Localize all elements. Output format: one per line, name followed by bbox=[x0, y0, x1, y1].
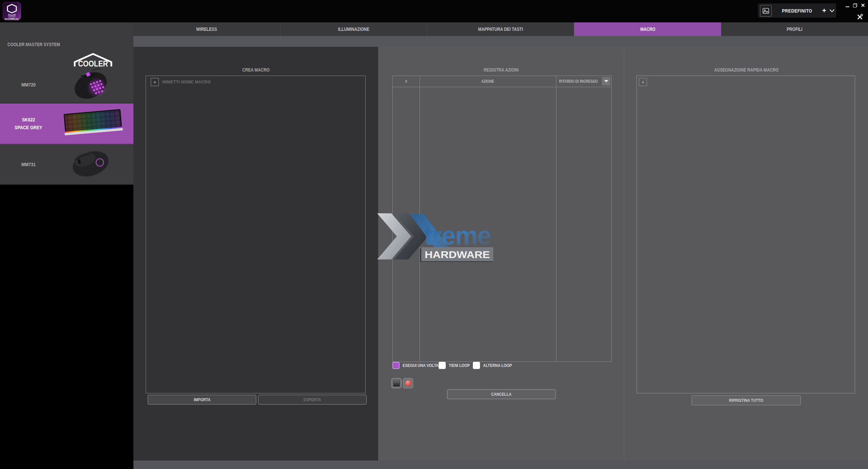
start-record-button[interactable] bbox=[403, 378, 413, 388]
add-assignment-button[interactable]: + bbox=[639, 78, 647, 86]
column-divider bbox=[420, 76, 420, 361]
profile-dropdown-button[interactable] bbox=[828, 3, 836, 18]
tab-mappatura-dei-tasti[interactable]: MAPPATURA DEI TASTI bbox=[427, 22, 574, 36]
tab-illuminazione[interactable]: ILLUMINAZIONE bbox=[280, 22, 427, 36]
minimize-icon bbox=[846, 6, 849, 7]
option-alterna-loop[interactable]: ALTERNA LOOP bbox=[473, 362, 517, 369]
tab-profili[interactable]: PROFILI bbox=[721, 22, 868, 36]
restore-window-button[interactable] bbox=[852, 2, 858, 9]
device-name: SK622 SPACE GREY bbox=[0, 103, 57, 143]
sidebar-header: COOLER MASTER SYSTEM COOLER MASTER bbox=[0, 22, 133, 66]
mm720-mouse-image bbox=[58, 68, 123, 103]
sidebar-item-mm720[interactable]: MM720 bbox=[0, 66, 133, 103]
plus-icon: + bbox=[642, 79, 644, 85]
import-button[interactable]: IMPORTA bbox=[148, 395, 256, 405]
delay-dropdown-button[interactable] bbox=[602, 77, 610, 85]
image-icon bbox=[762, 7, 769, 14]
column-header-number: # bbox=[393, 76, 420, 87]
sk622-keyboard-image bbox=[58, 105, 126, 143]
chevron-down-icon bbox=[830, 7, 834, 12]
panel-title: CREA MACRO bbox=[133, 67, 378, 73]
macro-list-box: + bbox=[146, 76, 366, 393]
plus-icon: + bbox=[153, 79, 156, 85]
tab-macro[interactable]: MACRO bbox=[574, 22, 721, 36]
checkbox-unchecked[interactable] bbox=[439, 362, 446, 369]
dropdown-arrow-icon bbox=[604, 80, 608, 82]
sidebar-item-sk622-space-grey[interactable]: SK622 SPACE GREY bbox=[0, 103, 133, 144]
system-name-label: COOLER MASTER SYSTEM bbox=[7, 22, 70, 66]
column-header-action: AZIONE bbox=[420, 76, 556, 87]
plus-icon: + bbox=[822, 6, 826, 15]
quick-assign-panel: ASSEGNAZIONE RAPIDA MACRO + RIPRISTINA T… bbox=[624, 47, 868, 461]
stop-record-button[interactable] bbox=[391, 378, 402, 388]
column-header-delay: RITARDO DI INGRESSO bbox=[556, 76, 601, 87]
actions-table: # AZIONE RITARDO DI INGRESSO bbox=[392, 76, 612, 362]
column-divider bbox=[556, 76, 556, 361]
close-button[interactable]: ✕ bbox=[860, 2, 866, 9]
title-bar: MASTERPLUS+ PREDEFINITO + ✕ bbox=[0, 0, 868, 22]
option-esegui-una-volta[interactable]: ESEGUI UNA VOLTA bbox=[392, 362, 445, 369]
app-icon-label: MASTERPLUS+ bbox=[5, 18, 19, 20]
record-actions-panel: REGISTRA AZIONI # AZIONE RITARDO DI INGR… bbox=[378, 47, 624, 461]
minimize-button[interactable] bbox=[844, 2, 851, 9]
device-name: MM731 bbox=[0, 144, 57, 184]
add-profile-button[interactable]: + bbox=[820, 3, 829, 18]
settings-tools-button[interactable] bbox=[856, 13, 864, 21]
create-macro-panel: CREA MACRO + IMPORTA ESPORTA bbox=[133, 47, 378, 461]
restore-icon bbox=[853, 3, 857, 7]
tools-icon bbox=[856, 14, 863, 20]
main-tab-bar: WIRELESS ILLUMINAZIONE MAPPATURA DEI TAS… bbox=[133, 22, 868, 36]
device-name: MM720 bbox=[0, 66, 57, 103]
add-macro-button[interactable]: + bbox=[151, 78, 159, 86]
stop-icon bbox=[393, 380, 400, 387]
reset-all-button[interactable]: RIPRISTINA TUTTO bbox=[691, 395, 801, 405]
export-button[interactable]: ESPORTA bbox=[258, 395, 367, 405]
clear-button[interactable]: CANCELLA bbox=[447, 389, 556, 399]
checkbox-checked[interactable] bbox=[392, 362, 400, 369]
sidebar-item-mm731[interactable]: MM731 bbox=[0, 144, 133, 185]
profile-selector: PREDEFINITO + bbox=[758, 3, 836, 18]
close-icon: ✕ bbox=[861, 2, 865, 8]
panel-title: ASSEGNAZIONE RAPIDA MACRO bbox=[624, 67, 868, 73]
active-profile-name: PREDEFINITO bbox=[775, 3, 819, 18]
masterplus-app-icon[interactable]: MASTERPLUS+ bbox=[3, 2, 21, 20]
mm731-mouse-image bbox=[58, 145, 123, 182]
checkbox-unchecked[interactable] bbox=[473, 362, 480, 369]
option-tieni-loop[interactable]: TIENI LOOP bbox=[439, 362, 474, 369]
profile-image-button[interactable] bbox=[760, 5, 772, 17]
quick-assign-box: + bbox=[636, 76, 855, 393]
macro-name-input[interactable] bbox=[162, 78, 353, 86]
panel-title: REGISTRA AZIONI bbox=[378, 67, 624, 73]
sidebar-empty-area bbox=[0, 185, 133, 469]
table-header-row: # AZIONE RITARDO DI INGRESSO bbox=[393, 76, 611, 87]
record-icon bbox=[405, 380, 411, 386]
tab-wireless[interactable]: WIRELESS bbox=[133, 22, 280, 36]
